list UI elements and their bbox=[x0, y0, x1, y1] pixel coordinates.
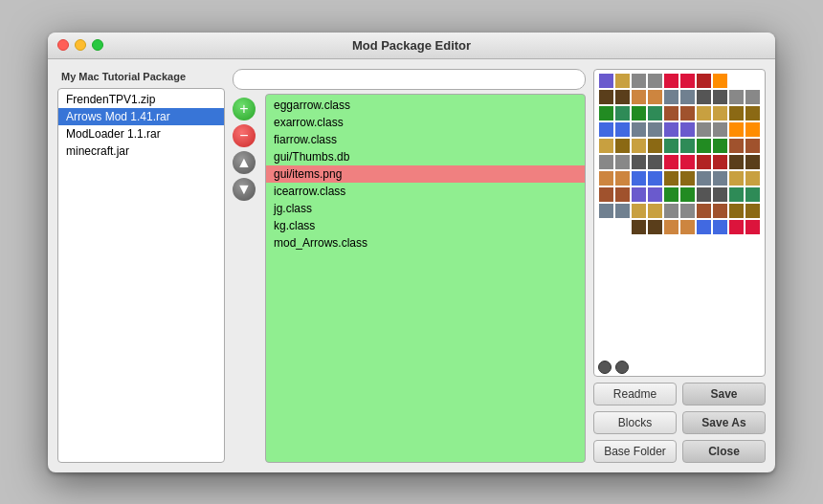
icon-cell bbox=[632, 90, 646, 104]
blocks-button[interactable]: Blocks bbox=[593, 411, 677, 434]
base-folder-button[interactable]: Base Folder bbox=[593, 440, 677, 463]
search-input[interactable] bbox=[233, 69, 586, 90]
icon-cell bbox=[713, 155, 727, 169]
list-item[interactable]: eggarrow.class bbox=[266, 97, 585, 114]
move-down-button[interactable]: ▼ bbox=[233, 178, 256, 201]
icon-preview bbox=[593, 69, 766, 377]
traffic-lights bbox=[57, 39, 103, 51]
list-item[interactable]: ModLoader 1.1.rar bbox=[58, 125, 224, 142]
icon-cell bbox=[680, 204, 695, 218]
icon-cell bbox=[632, 187, 646, 202]
icon-cell bbox=[648, 187, 662, 202]
icon-cell bbox=[599, 90, 613, 104]
icon-cell bbox=[745, 74, 760, 88]
list-item[interactable]: mod_Arrows.class bbox=[266, 234, 585, 252]
icon-cell bbox=[632, 171, 646, 186]
icon-cell bbox=[632, 220, 646, 234]
left-panel: My Mac Tutorial Package FrendenTPV1.zipA… bbox=[57, 69, 225, 463]
icon-cell bbox=[745, 106, 760, 121]
window-title: Mod Package Editor bbox=[352, 38, 471, 53]
list-item[interactable]: exarrow.class bbox=[266, 114, 585, 131]
icon-cell bbox=[680, 90, 695, 104]
save-as-button[interactable]: Save As bbox=[682, 411, 766, 434]
icon-cell bbox=[648, 204, 662, 218]
list-item[interactable]: jg.class bbox=[266, 200, 585, 217]
icon-cell bbox=[697, 106, 711, 121]
icon-cell bbox=[599, 171, 613, 186]
icon-cell bbox=[680, 74, 695, 88]
icon-cell bbox=[745, 139, 760, 153]
icon-cell bbox=[648, 171, 662, 186]
left-file-list[interactable]: FrendenTPV1.zipArrows Mod 1.41.rarModLoa… bbox=[57, 88, 225, 463]
icon-cell bbox=[664, 106, 678, 121]
icon-cell bbox=[713, 122, 727, 137]
icon-cell bbox=[648, 220, 662, 234]
icon-cell bbox=[680, 171, 695, 186]
icon-cell bbox=[680, 106, 695, 121]
remove-button[interactable]: − bbox=[233, 124, 256, 147]
icon-cell bbox=[615, 204, 630, 218]
list-item[interactable]: minecraft.jar bbox=[58, 142, 224, 160]
icon-cell bbox=[713, 171, 727, 186]
window-content: My Mac Tutorial Package FrendenTPV1.zipA… bbox=[48, 59, 775, 472]
icon-cell bbox=[729, 204, 744, 218]
minimize-button[interactable] bbox=[75, 39, 86, 51]
nav-prev[interactable] bbox=[598, 361, 612, 374]
button-row-1: Readme Save bbox=[593, 383, 766, 405]
list-item[interactable]: gui/items.png bbox=[266, 165, 585, 183]
icon-cell bbox=[599, 220, 613, 234]
icon-cell bbox=[599, 106, 613, 121]
main-window: Mod Package Editor My Mac Tutorial Packa… bbox=[48, 33, 775, 472]
list-item[interactable]: FrendenTPV1.zip bbox=[58, 91, 224, 108]
icon-cell bbox=[697, 204, 711, 218]
close-button-bottom[interactable]: Close bbox=[682, 440, 766, 463]
icon-cell bbox=[729, 155, 744, 169]
readme-button[interactable]: Readme bbox=[593, 383, 677, 405]
icon-cell bbox=[664, 90, 678, 104]
icon-cell bbox=[713, 220, 727, 234]
icon-cell bbox=[713, 139, 727, 153]
list-item[interactable]: icearrow.class bbox=[266, 183, 585, 200]
icon-cell bbox=[729, 187, 744, 202]
close-button[interactable] bbox=[57, 39, 69, 51]
icon-cell bbox=[729, 106, 744, 121]
icon-cell bbox=[648, 74, 662, 88]
list-item[interactable]: Arrows Mod 1.41.rar bbox=[58, 108, 224, 125]
icon-cell bbox=[745, 90, 760, 104]
icon-cell bbox=[729, 90, 744, 104]
add-button[interactable]: + bbox=[233, 98, 256, 121]
icon-cell bbox=[697, 155, 711, 169]
icon-cell bbox=[648, 139, 662, 153]
icon-cell bbox=[615, 106, 630, 121]
icon-cell bbox=[713, 106, 727, 121]
list-item[interactable]: fiarrow.class bbox=[266, 131, 585, 148]
icon-cell bbox=[664, 155, 678, 169]
icon-cell bbox=[664, 204, 678, 218]
icon-cell bbox=[697, 220, 711, 234]
icon-cell bbox=[632, 106, 646, 121]
maximize-button[interactable] bbox=[92, 39, 103, 51]
bottom-buttons: Readme Save Blocks Save As Base Folder C… bbox=[593, 383, 766, 463]
button-row-2: Blocks Save As bbox=[593, 411, 766, 434]
icon-cell bbox=[632, 155, 646, 169]
icon-cell bbox=[664, 74, 678, 88]
icon-cell bbox=[729, 74, 744, 88]
icon-cell bbox=[648, 155, 662, 169]
icon-cell bbox=[615, 155, 630, 169]
icon-cell bbox=[615, 220, 630, 234]
move-up-button[interactable]: ▲ bbox=[233, 151, 256, 174]
list-item[interactable]: kg.class bbox=[266, 217, 585, 234]
list-item[interactable]: gui/Thumbs.db bbox=[266, 148, 585, 165]
icon-cell bbox=[680, 122, 695, 137]
icon-cell bbox=[697, 171, 711, 186]
action-buttons: + − ▲ ▼ bbox=[233, 94, 259, 463]
save-button[interactable]: Save bbox=[682, 383, 766, 405]
nav-next[interactable] bbox=[615, 361, 629, 374]
icon-cell bbox=[632, 74, 646, 88]
icon-cell bbox=[615, 74, 630, 88]
icon-cell bbox=[729, 220, 744, 234]
icon-cell bbox=[632, 204, 646, 218]
mod-file-list[interactable]: eggarrow.classexarrow.classfiarrow.class… bbox=[265, 94, 586, 463]
icon-cell bbox=[615, 139, 630, 153]
icon-cell bbox=[745, 204, 760, 218]
